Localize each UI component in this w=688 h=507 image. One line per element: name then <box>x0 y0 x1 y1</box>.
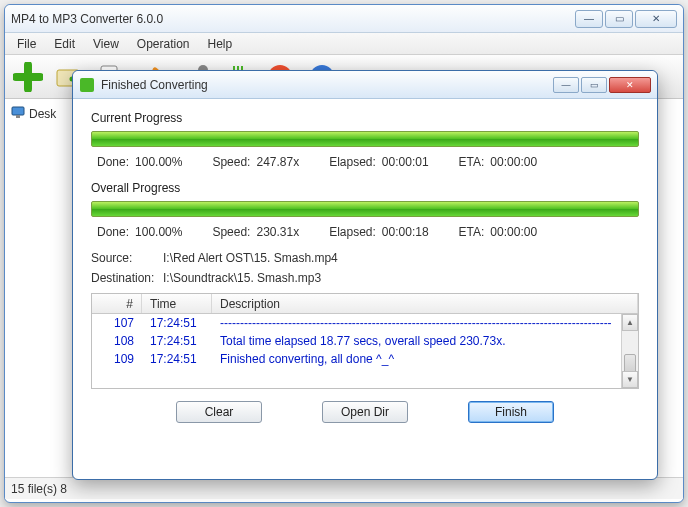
overall-eta: 00:00:00 <box>490 225 537 239</box>
source-label: Source: <box>91 251 163 265</box>
log-table: # Time Description 10717:24:51----------… <box>91 293 639 389</box>
menu-file[interactable]: File <box>9 35 44 53</box>
svg-rect-8 <box>12 107 24 115</box>
sidebar-item-label: Desk <box>29 107 56 121</box>
destination-path: I:\Soundtrack\15. Smash.mp3 <box>163 271 321 285</box>
destination-label: Destination: <box>91 271 163 285</box>
current-progress-bar <box>91 131 639 147</box>
close-button[interactable]: ✕ <box>635 10 677 28</box>
sidebar-item-desktop[interactable]: Desk <box>9 103 68 124</box>
overall-progress-label: Overall Progress <box>91 181 639 195</box>
source-path: I:\Red Alert OST\15. Smash.mp4 <box>163 251 338 265</box>
overall-elapsed: 00:00:18 <box>382 225 429 239</box>
finish-button[interactable]: Finish <box>468 401 554 423</box>
monitor-icon <box>11 105 25 122</box>
scrollbar[interactable]: ▲ ▼ <box>621 314 638 388</box>
current-progress-label: Current Progress <box>91 111 639 125</box>
current-done: 100.00% <box>135 155 182 169</box>
log-row[interactable]: 10917:24:51Finished converting, all done… <box>92 350 638 368</box>
current-eta: 00:00:00 <box>490 155 537 169</box>
sidebar: Desk <box>5 99 73 477</box>
log-header: # Time Description <box>92 294 638 314</box>
status-bar: 15 file(s) 8 <box>5 477 683 499</box>
minimize-button[interactable]: — <box>575 10 603 28</box>
menu-operation[interactable]: Operation <box>129 35 198 53</box>
current-elapsed: 00:00:01 <box>382 155 429 169</box>
log-row[interactable]: 10717:24:51-----------------------------… <box>92 314 638 332</box>
progress-dialog: Finished Converting — ▭ ✕ Current Progre… <box>72 70 658 480</box>
log-row[interactable]: 10817:24:51Total time elapsed 18.77 secs… <box>92 332 638 350</box>
col-number[interactable]: # <box>92 294 142 313</box>
scroll-down-icon[interactable]: ▼ <box>622 371 638 388</box>
overall-done: 100.00% <box>135 225 182 239</box>
open-dir-button[interactable]: Open Dir <box>322 401 408 423</box>
scroll-up-icon[interactable]: ▲ <box>622 314 638 331</box>
clear-button[interactable]: Clear <box>176 401 262 423</box>
add-icon[interactable] <box>11 60 45 94</box>
status-text: 15 file(s) 8 <box>11 482 67 496</box>
dialog-title: Finished Converting <box>101 78 553 92</box>
menubar: File Edit View Operation Help <box>5 33 683 55</box>
svg-rect-10 <box>80 78 94 92</box>
overall-stats: Done:100.00% Speed:230.31x Elapsed:00:00… <box>91 225 639 239</box>
menu-view[interactable]: View <box>85 35 127 53</box>
menu-edit[interactable]: Edit <box>46 35 83 53</box>
dialog-minimize-button[interactable]: — <box>553 77 579 93</box>
overall-speed: 230.31x <box>256 225 299 239</box>
current-stats: Done:100.00% Speed:247.87x Elapsed:00:00… <box>91 155 639 169</box>
maximize-button[interactable]: ▭ <box>605 10 633 28</box>
dialog-titlebar[interactable]: Finished Converting — ▭ ✕ <box>73 71 657 99</box>
dialog-maximize-button[interactable]: ▭ <box>581 77 607 93</box>
app-icon <box>79 77 95 93</box>
col-time[interactable]: Time <box>142 294 212 313</box>
svg-rect-9 <box>16 115 20 118</box>
col-description[interactable]: Description <box>212 294 638 313</box>
overall-progress-bar <box>91 201 639 217</box>
current-speed: 247.87x <box>256 155 299 169</box>
main-title: MP4 to MP3 Converter 6.0.0 <box>11 12 575 26</box>
menu-help[interactable]: Help <box>200 35 241 53</box>
main-titlebar[interactable]: MP4 to MP3 Converter 6.0.0 — ▭ ✕ <box>5 5 683 33</box>
dialog-close-button[interactable]: ✕ <box>609 77 651 93</box>
